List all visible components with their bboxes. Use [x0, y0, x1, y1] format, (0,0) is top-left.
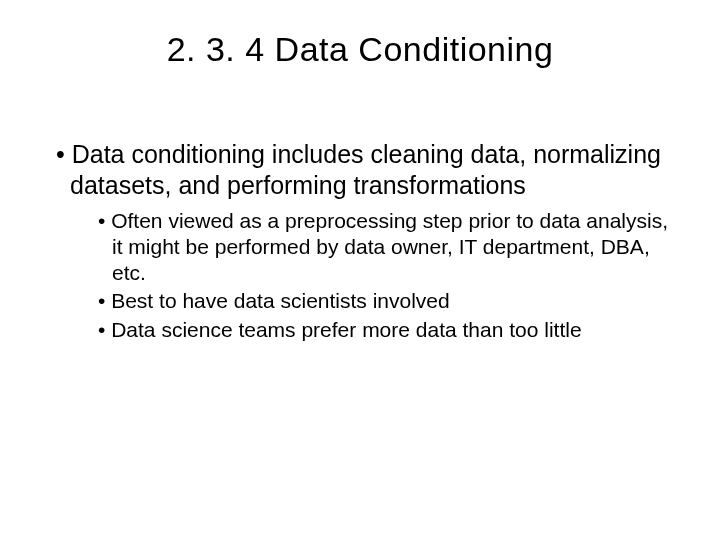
- slide-container: 2. 3. 4 Data Conditioning Data condition…: [0, 0, 720, 540]
- slide-body: Data conditioning includes cleaning data…: [50, 139, 670, 343]
- main-bullet: Data conditioning includes cleaning data…: [50, 139, 670, 202]
- slide-title: 2. 3. 4 Data Conditioning: [50, 30, 670, 69]
- sub-bullet: Best to have data scientists involved: [98, 288, 670, 314]
- sub-bullet-list: Often viewed as a preprocessing step pri…: [50, 208, 670, 343]
- sub-bullet: Often viewed as a preprocessing step pri…: [98, 208, 670, 287]
- sub-bullet: Data science teams prefer more data than…: [98, 317, 670, 343]
